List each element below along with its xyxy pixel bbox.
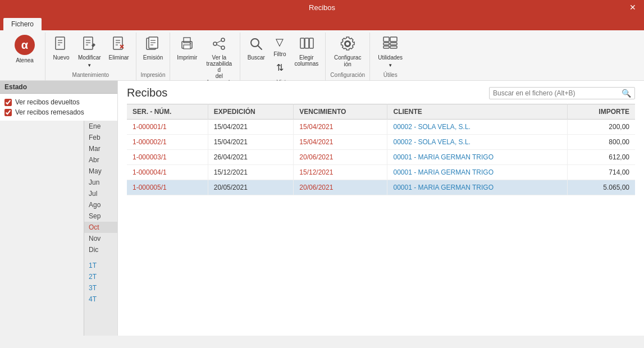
page-title: Recibos: [127, 86, 167, 99]
impresion-section-label: Impresión: [140, 71, 167, 80]
cell-cliente: 00001 - MARIA GERMAN TRIGO: [387, 180, 567, 195]
trazabilidad-icon: [210, 35, 228, 53]
eliminar-button[interactable]: Eliminar: [106, 33, 133, 63]
cell-importe: 200,00: [567, 120, 635, 135]
modificar-label: Modificar: [78, 54, 101, 61]
trazabilidad-button[interactable]: Ver la trazabilidad del documento: [202, 33, 236, 88]
emision-button[interactable]: Emisión: [140, 33, 167, 63]
utilidades-button[interactable]: Utilidades ▼: [374, 33, 406, 71]
quarter-item-4t[interactable]: 4T: [84, 294, 117, 305]
sidebar: Estado Ver recibos devueltos Ver recibos…: [0, 81, 118, 336]
table-row[interactable]: 1-000002/115/04/202115/04/202100002 - SO…: [127, 135, 635, 150]
nuevo-button[interactable]: Nuevo: [49, 33, 74, 63]
alpha-button[interactable]: α Atenea: [10, 33, 39, 66]
checkbox-devueltos[interactable]: Ver recibos devueltos: [4, 98, 113, 106]
month-item-nov[interactable]: Nov: [84, 233, 117, 244]
quarter-item-3t[interactable]: 3T: [84, 282, 117, 294]
sort-button[interactable]: ⇅: [271, 60, 289, 76]
filtro-button[interactable]: ▽ Filtro: [271, 35, 289, 59]
title-bar: Recibos ✕: [0, 0, 644, 15]
search-input[interactable]: [493, 89, 622, 97]
search-box[interactable]: 🔍: [489, 87, 635, 99]
state-header: Estado: [0, 81, 117, 94]
checkbox-remesados-input[interactable]: [4, 109, 12, 116]
menu-tab-fichero[interactable]: Fichero: [3, 18, 42, 30]
quarter-item-1t[interactable]: 1T: [84, 260, 117, 271]
cell-expedicion: 26/04/2021: [208, 150, 294, 165]
close-button[interactable]: ✕: [622, 0, 644, 15]
svg-line-26: [217, 41, 221, 43]
configuracion-label: Configuración: [334, 54, 362, 68]
svg-rect-36: [390, 37, 397, 42]
cell-expedicion: 15/04/2021: [208, 135, 294, 150]
elegir-columnas-label: Elegir columnas: [294, 54, 318, 67]
nuevo-label: Nuevo: [53, 54, 70, 61]
configuracion-icon: [339, 35, 357, 53]
elegir-columnas-button[interactable]: Elegir columnas: [291, 33, 322, 69]
elegir-columnas-icon: [298, 35, 316, 53]
svg-rect-33: [383, 37, 389, 42]
nuevo-icon: [52, 35, 70, 53]
emision-icon: [144, 35, 162, 53]
quarter-item-2t[interactable]: 2T: [84, 271, 117, 282]
svg-rect-32: [309, 38, 313, 48]
svg-rect-0: [56, 37, 65, 49]
cell-vencimiento: 15/04/2021: [294, 120, 387, 135]
eliminar-label: Eliminar: [109, 54, 129, 61]
buscar-button[interactable]: Buscar: [244, 33, 268, 63]
checkbox-devueltos-label: Ver recibos devueltos: [15, 98, 80, 106]
month-item-may[interactable]: May: [84, 166, 117, 177]
atenea-label: Atenea: [16, 57, 34, 63]
table-row[interactable]: 1-000003/126/04/202120/06/202100001 - MA…: [127, 150, 635, 165]
svg-line-29: [258, 45, 262, 49]
month-item-oct[interactable]: Oct: [84, 222, 117, 233]
imprimir-label: Imprimir: [177, 54, 197, 61]
svg-point-25: [221, 46, 225, 49]
month-item-jun[interactable]: Jun: [84, 177, 117, 188]
cell-vencimiento: 20/06/2021: [294, 180, 387, 195]
cell-importe: 800,00: [567, 135, 635, 150]
modificar-button[interactable]: Modificar ▼: [75, 33, 104, 71]
configuracion-button[interactable]: Configuración: [330, 33, 365, 70]
imprimir-button[interactable]: Imprimir: [173, 33, 200, 63]
window-title: Recibos: [309, 3, 335, 12]
month-item-jul[interactable]: Jul: [84, 188, 117, 199]
month-item-abr[interactable]: Abr: [84, 154, 117, 166]
cell-ser-num: 1-000005/1: [127, 180, 208, 195]
cell-expedicion: 20/05/2021: [208, 180, 294, 195]
month-item-sep[interactable]: Sep: [84, 210, 117, 222]
cell-ser-num: 1-000003/1: [127, 150, 208, 165]
svg-rect-21: [184, 45, 190, 49]
cell-cliente: 00002 - SOLA VELA, S.L.: [387, 120, 567, 135]
col-importe: IMPORTE: [567, 104, 635, 120]
month-item-dic[interactable]: Dic: [84, 244, 117, 255]
checkbox-devueltos-input[interactable]: [4, 99, 12, 106]
svg-rect-30: [300, 38, 304, 48]
month-item-ago[interactable]: Ago: [84, 199, 117, 210]
filtro-label: Filtro: [273, 51, 286, 58]
cell-cliente: 00001 - MARIA GERMAN TRIGO: [387, 165, 567, 180]
checkbox-remesados-label: Ver recibos remesados: [15, 108, 84, 116]
months-panel: EneFebMarAbrMayJunJulAgoSepOctNovDic1T2T…: [0, 121, 117, 336]
search-icon: 🔍: [622, 89, 631, 98]
svg-rect-34: [383, 43, 389, 45]
configuracion-section-label: Configuración: [330, 71, 365, 80]
imprimir-icon: [178, 35, 196, 53]
svg-rect-4: [84, 37, 93, 49]
cell-ser-num: 1-000001/1: [127, 120, 208, 135]
menu-bar: Fichero: [0, 15, 644, 30]
month-item-feb[interactable]: Feb: [84, 132, 117, 143]
months-column: EneFebMarAbrMayJunJulAgoSepOctNovDic1T2T…: [84, 121, 117, 336]
table-row[interactable]: 1-000005/120/05/202120/06/202100001 - MA…: [127, 180, 635, 195]
checkbox-remesados[interactable]: Ver recibos remesados: [4, 108, 113, 116]
table-row[interactable]: 1-000004/115/12/202115/12/202100001 - MA…: [127, 165, 635, 180]
content-header: Recibos 🔍: [118, 81, 644, 104]
table-row[interactable]: 1-000001/115/04/202115/04/202100002 - SO…: [127, 120, 635, 135]
svg-point-23: [213, 42, 217, 45]
cell-vencimiento: 20/06/2021: [294, 150, 387, 165]
month-item-ene[interactable]: Ene: [84, 121, 117, 132]
sidebar-checkboxes: Ver recibos devueltos Ver recibos remesa…: [0, 94, 117, 121]
months-spacer: [0, 121, 84, 336]
month-item-mar[interactable]: Mar: [84, 143, 117, 154]
sort-icon: ⇅: [273, 61, 286, 75]
